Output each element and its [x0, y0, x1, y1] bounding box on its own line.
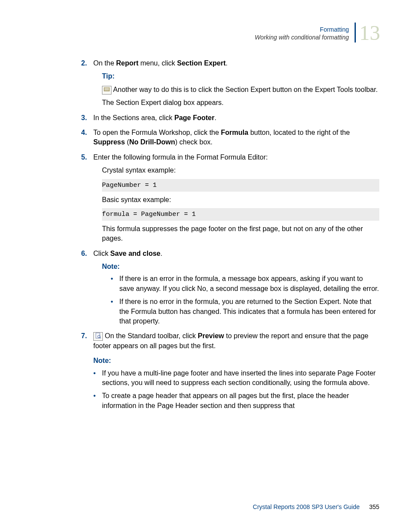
step-4: 4. To open the Formula Workshop, click t… [93, 128, 379, 147]
section-expert-icon [102, 86, 112, 95]
step-text: To open the Formula Workshop, click the … [93, 129, 350, 146]
step-number: 6. [81, 249, 87, 258]
step-aftertext: The Section Expert dialog box appears. [102, 98, 379, 108]
step-aftertext: This formula suppresses the page footer … [102, 224, 379, 244]
step-text: On the Standard toolbar, click Preview t… [93, 332, 368, 349]
step-6: 6. Click Save and close. Note: If there … [93, 249, 379, 326]
note-list: If there is an error in the formula, a m… [111, 274, 379, 326]
page-number: 355 [369, 503, 379, 510]
note-label: Note: [93, 356, 379, 366]
header-subcategory: Working with conditional formatting [255, 34, 349, 41]
chapter-divider [355, 23, 356, 42]
note-list: If you have a multi-line page footer and… [93, 369, 379, 411]
step-text: On the Report menu, click Section Expert… [93, 59, 227, 67]
list-item: If there is an error in the formula, a m… [111, 274, 379, 294]
step-text: In the Sections area, click Page Footer. [93, 114, 217, 121]
chapter-number: 13 [359, 21, 380, 45]
preview-icon [93, 332, 103, 341]
step-3: 3. In the Sections area, click Page Foot… [93, 113, 379, 123]
step-text: Enter the following formula in the Forma… [93, 153, 268, 161]
step-number: 3. [81, 113, 87, 123]
list-item: To create a page header that appears on … [93, 391, 379, 411]
basic-syntax-label: Basic syntax example: [102, 195, 379, 205]
list-item: If there is no error in the formula, you… [111, 297, 379, 326]
step-number: 2. [81, 59, 87, 68]
tip-label: Tip: [102, 72, 379, 81]
page-footer: Crystal Reports 2008 SP3 User's Guide 35… [253, 503, 379, 510]
step-number: 5. [81, 153, 87, 162]
step-5: 5. Enter the following formula in the Fo… [93, 153, 379, 244]
note-label: Note: [102, 262, 379, 271]
svg-rect-0 [104, 88, 109, 91]
step-7: 7. On the Standard toolbar, click Previe… [93, 331, 379, 351]
page-header: Formatting Working with conditional form… [35, 26, 379, 41]
bottom-note: Note: If you have a multi-line page foot… [93, 356, 379, 411]
code-example-2: formula = PageNumber = 1 [102, 208, 379, 221]
doc-title: Crystal Reports 2008 SP3 User's Guide [253, 503, 360, 510]
step-number: 4. [81, 128, 87, 137]
step-number: 7. [81, 331, 87, 341]
list-item: If you have a multi-line page footer and… [93, 369, 379, 388]
tip-content: Another way to do this is to click the S… [102, 85, 379, 95]
step-2: 2. On the Report menu, click Section Exp… [93, 59, 379, 108]
page-content: 2. On the Report menu, click Section Exp… [93, 59, 379, 411]
code-example-1: PageNumber = 1 [102, 179, 379, 192]
header-category: Formatting [35, 26, 349, 33]
crystal-syntax-label: Crystal syntax example: [102, 166, 379, 175]
step-text: Click Save and close. [93, 250, 162, 257]
